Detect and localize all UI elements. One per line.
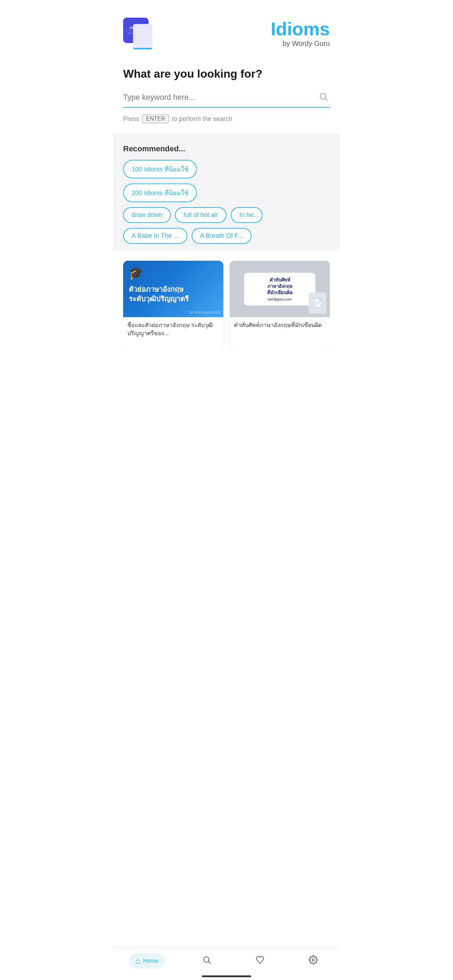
search-heading: What are you looking for? [123, 67, 330, 80]
cards-row: 🎓 ตัวย่อภาษาอังกฤษระดับวุฒิปริญญาตรี by … [123, 261, 330, 349]
card-2[interactable]: คำทับศัพท์ภาษาอังกฤษที่มักเขียนผิด wordy… [230, 261, 330, 349]
search-section: What are you looking for? Press ENTER to… [113, 56, 340, 130]
logo-icon: IDIOMS ENGLISH IDIOMS [123, 18, 155, 49]
tags-row-2: 200 Idioms ที่นิยมใช้ [123, 183, 330, 202]
tag-babe-in-the[interactable]: A Babe In The ... [123, 228, 188, 244]
card-2-image: คำทับศัพท์ภาษาอังกฤษที่มักเขียนผิด wordy… [230, 261, 330, 317]
card-2-title: คำทับศัพท์ภาษาอังกฤษที่มักเขียนผิด [230, 317, 330, 333]
card-1-title: ชื่อและตัวย่อภาษาอังกฤษ ระดับวุฒิปริญญาต… [123, 317, 223, 342]
header: IDIOMS ENGLISH IDIOMS Idioms by Wordy Gu… [113, 0, 340, 56]
tag-100-idioms[interactable]: 100 Idioms ที่นิยมใช้ [123, 160, 197, 178]
tag-draw-down[interactable]: draw down [123, 207, 171, 223]
recommended-label: Recommended... [123, 144, 330, 153]
app-title-block: Idioms by Wordy Guru [270, 20, 330, 48]
hint-prefix: Press [123, 115, 139, 123]
enter-key-badge: ENTER [142, 115, 169, 123]
search-input[interactable] [123, 93, 317, 102]
tags-row-1: 100 Idioms ที่นิยมใช้ [123, 160, 330, 178]
card-2-eng-sub: wordyguru.com [250, 298, 310, 301]
tag-breath-of[interactable]: A Breath Of F... [192, 228, 251, 244]
card-1[interactable]: 🎓 ตัวย่อภาษาอังกฤษระดับวุฒิปริญญาตรี by … [123, 261, 223, 349]
search-hint: Press ENTER to perform the search [123, 115, 330, 123]
logo-book-front [133, 24, 153, 49]
search-button[interactable] [317, 90, 330, 104]
tags-container: 100 Idioms ที่นิยมใช้ 200 Idioms ที่นิยม… [123, 160, 330, 244]
svg-point-0 [320, 94, 326, 99]
brand-watermark: by wordy-guru.com [190, 310, 220, 314]
card-2-doc-icon: 📄 [309, 293, 326, 313]
hint-suffix: to perform the search [172, 115, 232, 123]
recommended-section: Recommended... 100 Idioms ที่นิยมใช้ 200… [113, 134, 340, 251]
app-subtitle: by Wordy Guru [270, 40, 330, 48]
tag-200-idioms[interactable]: 200 Idioms ที่นิยมใช้ [123, 183, 197, 202]
app-title: Idioms [270, 20, 330, 38]
card-2-thai-title: คำทับศัพท์ภาษาอังกฤษที่มักเขียนผิด [250, 277, 310, 296]
tags-row-3: draw down full of hot air In he... [123, 207, 330, 223]
search-input-row [123, 90, 330, 108]
card-2-image-inner: คำทับศัพท์ภาษาอังกฤษที่มักเขียนผิด wordy… [244, 273, 315, 306]
card-1-image: 🎓 ตัวย่อภาษาอังกฤษระดับวุฒิปริญญาตรี by … [123, 261, 223, 317]
tag-in-he[interactable]: In he... [231, 207, 262, 223]
tags-row-4: A Babe In The ... A Breath Of F... [123, 228, 330, 244]
svg-line-1 [325, 99, 327, 101]
cards-section: 🎓 ตัวย่อภาษาอังกฤษระดับวุฒิปริญญาตรี by … [113, 251, 340, 356]
search-icon [319, 92, 329, 102]
tag-full-of-hot-air[interactable]: full of hot air [175, 207, 227, 223]
grad-cap-icon: 🎓 [128, 266, 144, 280]
logo: IDIOMS ENGLISH IDIOMS [123, 18, 155, 49]
card-1-image-text: ตัวย่อภาษาอังกฤษระดับวุฒิปริญญาตรี [129, 281, 218, 304]
